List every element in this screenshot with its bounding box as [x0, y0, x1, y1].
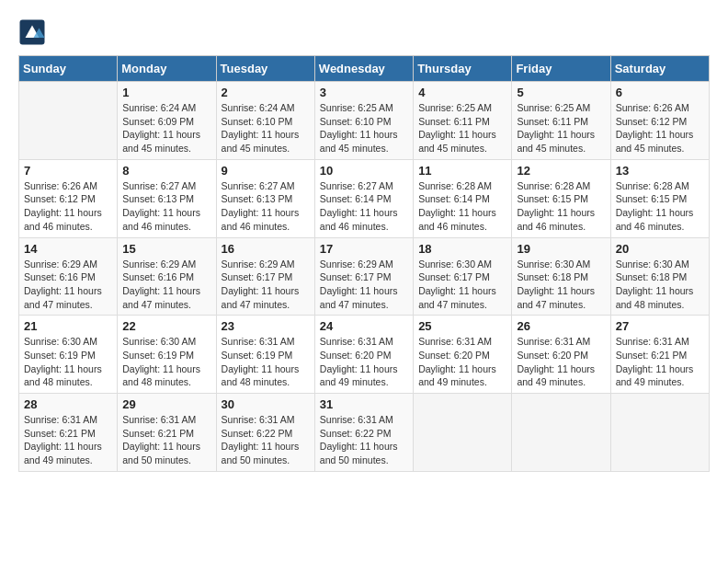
- weekday-header-wednesday: Wednesday: [314, 56, 413, 82]
- day-info: Sunrise: 6:28 AM Sunset: 6:15 PM Dayligh…: [517, 179, 605, 234]
- calendar-cell: 14Sunrise: 6:29 AM Sunset: 6:16 PM Dayli…: [19, 237, 118, 316]
- weekday-header-friday: Friday: [512, 56, 610, 82]
- day-number: 18: [418, 242, 506, 256]
- day-number: 3: [320, 86, 408, 99]
- calendar-cell: 9Sunrise: 6:27 AM Sunset: 6:13 PM Daylig…: [216, 159, 314, 237]
- calendar-week-1: 1Sunrise: 6:24 AM Sunset: 6:09 PM Daylig…: [19, 82, 710, 160]
- day-number: 22: [122, 319, 210, 333]
- day-number: 17: [320, 242, 408, 256]
- calendar-table: SundayMondayTuesdayWednesdayThursdayFrid…: [18, 55, 710, 472]
- day-info: Sunrise: 6:27 AM Sunset: 6:13 PM Dayligh…: [222, 179, 310, 234]
- calendar-cell: 21Sunrise: 6:30 AM Sunset: 6:19 PM Dayli…: [19, 316, 118, 394]
- day-info: Sunrise: 6:31 AM Sunset: 6:20 PM Dayligh…: [320, 335, 408, 389]
- calendar-cell: [414, 394, 512, 472]
- day-number: 30: [222, 397, 310, 411]
- weekday-header-saturday: Saturday: [610, 56, 709, 82]
- day-number: 6: [616, 86, 704, 99]
- day-number: 13: [616, 164, 704, 178]
- day-info: Sunrise: 6:28 AM Sunset: 6:14 PM Dayligh…: [418, 179, 506, 234]
- day-number: 14: [24, 242, 112, 256]
- calendar-cell: 3Sunrise: 6:25 AM Sunset: 6:10 PM Daylig…: [314, 82, 413, 160]
- weekday-header-tuesday: Tuesday: [216, 56, 314, 82]
- calendar-cell: 6Sunrise: 6:26 AM Sunset: 6:12 PM Daylig…: [610, 82, 709, 160]
- calendar-cell: 29Sunrise: 6:31 AM Sunset: 6:21 PM Dayli…: [118, 394, 216, 472]
- day-info: Sunrise: 6:27 AM Sunset: 6:14 PM Dayligh…: [320, 179, 408, 234]
- weekday-header-thursday: Thursday: [414, 56, 512, 82]
- day-number: 2: [222, 86, 310, 99]
- day-info: Sunrise: 6:26 AM Sunset: 6:12 PM Dayligh…: [616, 101, 704, 155]
- day-number: 28: [24, 397, 112, 411]
- day-info: Sunrise: 6:25 AM Sunset: 6:10 PM Dayligh…: [320, 101, 408, 155]
- calendar-cell: 11Sunrise: 6:28 AM Sunset: 6:14 PM Dayli…: [414, 159, 512, 237]
- day-info: Sunrise: 6:31 AM Sunset: 6:21 PM Dayligh…: [616, 335, 704, 389]
- calendar-cell: 7Sunrise: 6:26 AM Sunset: 6:12 PM Daylig…: [19, 159, 118, 237]
- calendar-week-3: 14Sunrise: 6:29 AM Sunset: 6:16 PM Dayli…: [19, 237, 710, 316]
- day-number: 8: [122, 164, 210, 178]
- day-number: 20: [616, 242, 704, 256]
- day-number: 10: [320, 164, 408, 178]
- calendar-cell: 20Sunrise: 6:30 AM Sunset: 6:18 PM Dayli…: [610, 237, 709, 316]
- calendar-header: SundayMondayTuesdayWednesdayThursdayFrid…: [19, 56, 710, 82]
- logo-icon: [18, 18, 46, 46]
- weekday-header-sunday: Sunday: [19, 56, 118, 82]
- day-info: Sunrise: 6:30 AM Sunset: 6:17 PM Dayligh…: [418, 258, 506, 312]
- day-number: 9: [222, 164, 310, 178]
- day-info: Sunrise: 6:31 AM Sunset: 6:19 PM Dayligh…: [222, 335, 310, 389]
- day-number: 15: [122, 242, 210, 256]
- calendar-week-2: 7Sunrise: 6:26 AM Sunset: 6:12 PM Daylig…: [19, 159, 710, 237]
- day-info: Sunrise: 6:26 AM Sunset: 6:12 PM Dayligh…: [24, 179, 112, 234]
- day-info: Sunrise: 6:29 AM Sunset: 6:16 PM Dayligh…: [122, 258, 210, 312]
- day-number: 24: [320, 319, 408, 333]
- calendar-cell: 1Sunrise: 6:24 AM Sunset: 6:09 PM Daylig…: [118, 82, 216, 160]
- day-info: Sunrise: 6:29 AM Sunset: 6:16 PM Dayligh…: [24, 258, 112, 312]
- day-info: Sunrise: 6:30 AM Sunset: 6:19 PM Dayligh…: [24, 335, 112, 389]
- day-info: Sunrise: 6:31 AM Sunset: 6:22 PM Dayligh…: [320, 413, 408, 467]
- calendar-cell: 15Sunrise: 6:29 AM Sunset: 6:16 PM Dayli…: [118, 237, 216, 316]
- day-number: 26: [517, 319, 605, 333]
- day-number: 19: [517, 242, 605, 256]
- calendar-cell: 8Sunrise: 6:27 AM Sunset: 6:13 PM Daylig…: [118, 159, 216, 237]
- day-number: 7: [24, 164, 112, 178]
- day-info: Sunrise: 6:25 AM Sunset: 6:11 PM Dayligh…: [418, 101, 506, 155]
- calendar-cell: 10Sunrise: 6:27 AM Sunset: 6:14 PM Dayli…: [314, 159, 413, 237]
- calendar-cell: 18Sunrise: 6:30 AM Sunset: 6:17 PM Dayli…: [414, 237, 512, 316]
- day-info: Sunrise: 6:31 AM Sunset: 6:20 PM Dayligh…: [418, 335, 506, 389]
- page-header: [18, 18, 710, 46]
- calendar-cell: 2Sunrise: 6:24 AM Sunset: 6:10 PM Daylig…: [216, 82, 314, 160]
- day-number: 29: [122, 397, 210, 411]
- calendar-cell: 12Sunrise: 6:28 AM Sunset: 6:15 PM Dayli…: [512, 159, 610, 237]
- day-number: 23: [222, 319, 310, 333]
- day-number: 27: [616, 319, 704, 333]
- day-number: 21: [24, 319, 112, 333]
- day-info: Sunrise: 6:31 AM Sunset: 6:20 PM Dayligh…: [517, 335, 605, 389]
- day-info: Sunrise: 6:28 AM Sunset: 6:15 PM Dayligh…: [616, 179, 704, 234]
- calendar-cell: 5Sunrise: 6:25 AM Sunset: 6:11 PM Daylig…: [512, 82, 610, 160]
- day-number: 12: [517, 164, 605, 178]
- day-info: Sunrise: 6:25 AM Sunset: 6:11 PM Dayligh…: [517, 101, 605, 155]
- calendar-body: 1Sunrise: 6:24 AM Sunset: 6:09 PM Daylig…: [19, 82, 710, 472]
- day-number: 25: [418, 319, 506, 333]
- day-info: Sunrise: 6:24 AM Sunset: 6:09 PM Dayligh…: [122, 101, 210, 155]
- weekday-header-monday: Monday: [118, 56, 216, 82]
- calendar-cell: 23Sunrise: 6:31 AM Sunset: 6:19 PM Dayli…: [216, 316, 314, 394]
- calendar-cell: 17Sunrise: 6:29 AM Sunset: 6:17 PM Dayli…: [314, 237, 413, 316]
- calendar-cell: 31Sunrise: 6:31 AM Sunset: 6:22 PM Dayli…: [314, 394, 413, 472]
- calendar-cell: 26Sunrise: 6:31 AM Sunset: 6:20 PM Dayli…: [512, 316, 610, 394]
- calendar-cell: 13Sunrise: 6:28 AM Sunset: 6:15 PM Dayli…: [610, 159, 709, 237]
- calendar-cell: [610, 394, 709, 472]
- calendar-cell: 27Sunrise: 6:31 AM Sunset: 6:21 PM Dayli…: [610, 316, 709, 394]
- calendar-cell: 30Sunrise: 6:31 AM Sunset: 6:22 PM Dayli…: [216, 394, 314, 472]
- day-info: Sunrise: 6:24 AM Sunset: 6:10 PM Dayligh…: [222, 101, 310, 155]
- day-info: Sunrise: 6:30 AM Sunset: 6:19 PM Dayligh…: [122, 335, 210, 389]
- calendar-cell: 19Sunrise: 6:30 AM Sunset: 6:18 PM Dayli…: [512, 237, 610, 316]
- calendar-cell: 28Sunrise: 6:31 AM Sunset: 6:21 PM Dayli…: [19, 394, 118, 472]
- calendar-cell: [512, 394, 610, 472]
- weekday-row: SundayMondayTuesdayWednesdayThursdayFrid…: [19, 56, 710, 82]
- calendar-cell: 4Sunrise: 6:25 AM Sunset: 6:11 PM Daylig…: [414, 82, 512, 160]
- calendar-cell: 24Sunrise: 6:31 AM Sunset: 6:20 PM Dayli…: [314, 316, 413, 394]
- day-info: Sunrise: 6:30 AM Sunset: 6:18 PM Dayligh…: [616, 258, 704, 312]
- day-info: Sunrise: 6:30 AM Sunset: 6:18 PM Dayligh…: [517, 258, 605, 312]
- day-number: 5: [517, 86, 605, 99]
- day-number: 4: [418, 86, 506, 99]
- day-info: Sunrise: 6:31 AM Sunset: 6:21 PM Dayligh…: [24, 413, 112, 467]
